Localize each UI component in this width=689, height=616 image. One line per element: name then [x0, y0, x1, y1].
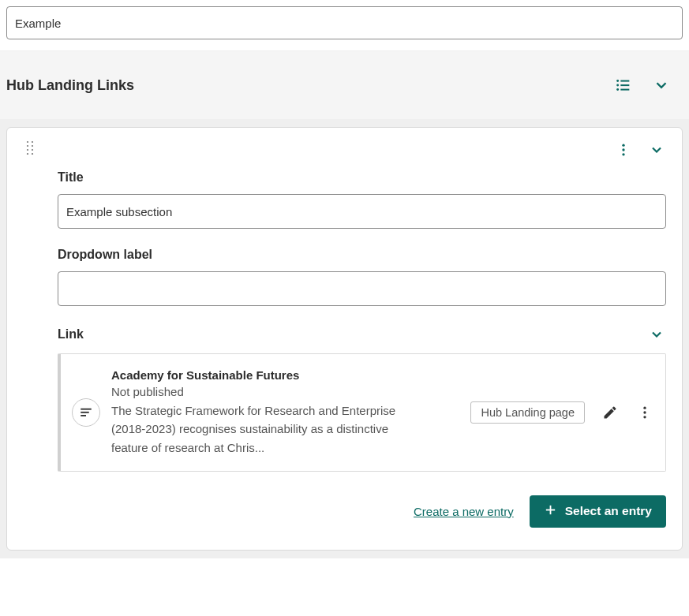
entry-tag: Hub Landing page: [470, 401, 585, 424]
title-input[interactable]: [58, 194, 666, 229]
more-vertical-icon[interactable]: [614, 140, 633, 159]
entry-text-block: Academy for Sustainable Futures Not publ…: [111, 368, 459, 457]
example-input[interactable]: [6, 6, 683, 39]
card-body: Title Dropdown label Link Academy for Su…: [23, 159, 666, 528]
create-entry-link[interactable]: Create a new entry: [414, 505, 514, 518]
link-field-label: Link: [58, 325, 666, 344]
top-input-container: [0, 0, 689, 39]
svg-point-4: [616, 88, 619, 91]
section-title: Hub Landing Links: [6, 77, 134, 94]
select-entry-button[interactable]: Select an entry: [530, 495, 666, 528]
title-field-label: Title: [58, 170, 666, 185]
edit-icon[interactable]: [601, 403, 620, 422]
card-actions-row: Create a new entry Select an entry: [58, 495, 666, 528]
link-label-text: Link: [58, 327, 84, 342]
dropdown-label-input[interactable]: [58, 271, 666, 306]
list-icon[interactable]: [613, 75, 634, 95]
entry-type-icon: [72, 398, 100, 427]
svg-point-16: [622, 153, 624, 155]
svg-rect-19: [81, 415, 86, 416]
chevron-down-icon[interactable]: [651, 75, 672, 95]
svg-point-6: [27, 141, 28, 143]
section-header: Hub Landing Links: [0, 50, 689, 119]
svg-point-21: [643, 411, 646, 413]
svg-rect-18: [81, 412, 89, 413]
plus-icon: [544, 503, 557, 520]
svg-point-12: [27, 153, 28, 155]
card-top-actions: [614, 140, 666, 159]
svg-point-11: [32, 149, 33, 151]
svg-rect-17: [81, 409, 92, 410]
chevron-down-icon[interactable]: [647, 325, 666, 344]
section-header-actions: [613, 75, 672, 95]
svg-point-8: [27, 145, 28, 147]
svg-point-14: [622, 144, 624, 147]
card-top-row: [23, 140, 666, 159]
svg-point-22: [643, 416, 646, 418]
svg-point-2: [616, 84, 619, 87]
svg-point-13: [32, 153, 33, 155]
svg-rect-5: [620, 89, 629, 91]
card-container: Title Dropdown label Link Academy for Su…: [0, 119, 689, 558]
entry-status: Not published: [111, 385, 459, 398]
more-vertical-icon[interactable]: [635, 403, 654, 422]
svg-point-9: [32, 145, 33, 147]
svg-point-0: [616, 80, 619, 82]
link-entry-row: Academy for Sustainable Futures Not publ…: [58, 353, 666, 472]
chevron-down-icon[interactable]: [647, 140, 666, 159]
svg-point-15: [622, 148, 624, 151]
svg-point-20: [643, 406, 646, 409]
svg-rect-3: [620, 84, 629, 86]
subsection-card: Title Dropdown label Link Academy for Su…: [6, 127, 683, 551]
drag-handle-icon[interactable]: [23, 140, 34, 158]
entry-title: Academy for Sustainable Futures: [111, 368, 459, 382]
svg-point-7: [32, 141, 33, 143]
dropdown-field-label: Dropdown label: [58, 248, 666, 262]
svg-rect-1: [620, 80, 629, 82]
entry-right-actions: Hub Landing page: [470, 401, 654, 424]
entry-excerpt: The Strategic Framework for Research and…: [111, 401, 419, 457]
svg-point-10: [27, 149, 28, 151]
select-entry-label: Select an entry: [565, 504, 652, 518]
